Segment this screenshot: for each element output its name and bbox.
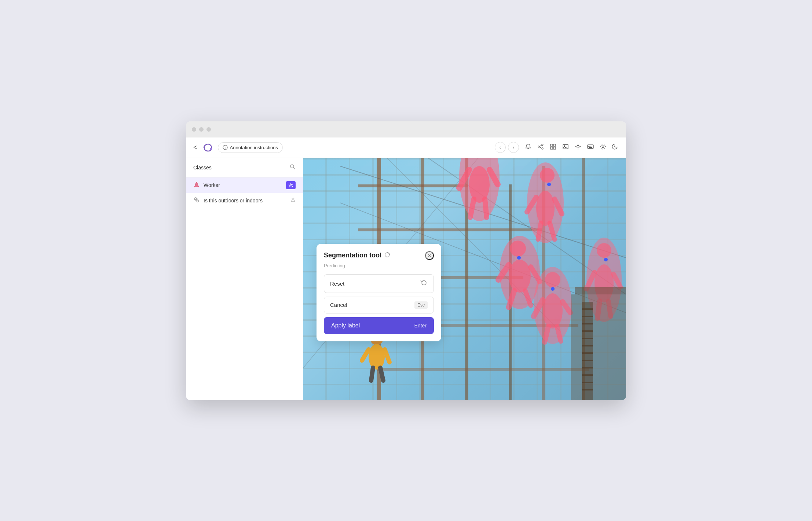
browser-window: < i Annotation instructions xyxy=(186,121,626,400)
svg-line-68 xyxy=(538,223,541,239)
nav-next-button[interactable]: › xyxy=(508,142,519,153)
svg-point-78 xyxy=(517,256,521,260)
main-layout: Classes Worker xyxy=(186,158,626,400)
class-item-worker[interactable]: Worker xyxy=(186,177,303,193)
toolbar: < i Annotation instructions xyxy=(186,137,626,158)
svg-line-84 xyxy=(545,327,548,342)
svg-rect-45 xyxy=(358,184,468,187)
brightness-icon[interactable] xyxy=(575,143,581,151)
grid-icon[interactable] xyxy=(550,143,556,151)
worker-class-name: Worker xyxy=(204,182,220,188)
canvas-area[interactable]: Segmentation tool × Predicting Reset xyxy=(303,158,626,400)
svg-point-25 xyxy=(602,146,604,148)
svg-rect-103 xyxy=(575,287,626,294)
seg-esc-badge: Esc xyxy=(414,301,428,309)
svg-rect-9 xyxy=(553,144,556,146)
seg-enter-badge: Enter xyxy=(414,323,427,329)
outdoors-tool-icon[interactable] xyxy=(290,197,296,203)
keyboard-icon[interactable] xyxy=(587,143,594,151)
svg-point-81 xyxy=(543,293,563,329)
seg-reset-button[interactable]: Reset xyxy=(324,274,434,293)
svg-point-70 xyxy=(547,183,551,186)
svg-rect-49 xyxy=(377,368,589,371)
search-icon[interactable] xyxy=(290,164,296,171)
seg-cancel-row[interactable]: Cancel Esc xyxy=(324,297,434,313)
svg-rect-12 xyxy=(563,144,568,149)
seg-reset-icon xyxy=(420,279,428,288)
svg-rect-19 xyxy=(588,145,593,148)
bell-icon[interactable] xyxy=(525,143,531,151)
svg-line-33 xyxy=(292,184,293,185)
svg-point-31 xyxy=(290,184,292,186)
outdoors-class-icon xyxy=(193,197,200,205)
seg-loading-icon xyxy=(384,252,390,259)
traffic-light-green xyxy=(206,127,211,132)
sidebar-header: Classes xyxy=(186,158,303,177)
svg-line-36 xyxy=(291,198,292,198)
svg-rect-11 xyxy=(553,147,556,149)
settings-icon[interactable] xyxy=(600,143,606,151)
svg-point-86 xyxy=(551,287,555,291)
svg-line-60 xyxy=(470,199,474,217)
traffic-light-red xyxy=(192,127,196,132)
svg-point-65 xyxy=(536,191,555,226)
svg-line-37 xyxy=(295,198,295,198)
svg-rect-102 xyxy=(571,294,626,400)
seg-apply-text: Apply label xyxy=(331,322,360,329)
toolbar-right: ‹ › xyxy=(495,142,619,153)
nav-arrows: ‹ › xyxy=(495,142,519,153)
seg-predicting-text: Predicting xyxy=(324,263,434,268)
seg-tool-title: Segmentation tool xyxy=(324,252,381,259)
seg-tool-header: Segmentation tool × xyxy=(324,251,434,260)
svg-rect-46 xyxy=(358,228,542,231)
svg-point-80 xyxy=(545,272,560,287)
segmentation-tool-dialog: Segmentation tool × Predicting Reset xyxy=(317,244,441,341)
browser-content: < i Annotation instructions xyxy=(186,137,626,400)
seg-tool-title-row: Segmentation tool xyxy=(324,252,390,259)
svg-point-64 xyxy=(540,168,555,183)
svg-point-97 xyxy=(369,344,385,370)
classes-title: Classes xyxy=(193,165,212,170)
traffic-light-yellow xyxy=(199,127,204,132)
svg-rect-10 xyxy=(551,147,553,149)
svg-point-13 xyxy=(564,146,565,147)
toolbar-icons xyxy=(525,143,619,151)
svg-point-88 xyxy=(597,243,611,258)
image-icon[interactable] xyxy=(562,143,569,151)
info-icon: i xyxy=(223,145,228,150)
logo-icon xyxy=(201,141,214,154)
svg-line-7 xyxy=(539,147,542,148)
svg-line-101 xyxy=(380,368,383,381)
svg-line-6 xyxy=(539,145,542,146)
svg-line-27 xyxy=(293,168,295,169)
svg-line-100 xyxy=(371,368,373,381)
share-icon[interactable] xyxy=(537,143,544,151)
nav-prev-button[interactable]: ‹ xyxy=(495,142,506,153)
outdoors-class-name: Is this outdoors or indoors xyxy=(204,198,263,203)
svg-point-14 xyxy=(577,146,579,148)
svg-text:i: i xyxy=(225,146,226,150)
class-item-outdoors[interactable]: Is this outdoors or indoors xyxy=(186,193,303,208)
svg-point-73 xyxy=(509,260,531,293)
seg-apply-button[interactable]: Apply label Enter xyxy=(324,317,434,334)
svg-rect-8 xyxy=(551,144,553,146)
svg-line-61 xyxy=(485,199,487,217)
svg-point-4 xyxy=(538,146,539,147)
seg-close-button[interactable]: × xyxy=(425,251,434,260)
moon-icon[interactable] xyxy=(612,143,619,151)
class-item-outdoors-left: Is this outdoors or indoors xyxy=(193,197,263,205)
sidebar: Classes Worker xyxy=(186,158,303,400)
class-item-worker-left: Worker xyxy=(193,181,220,189)
seg-cancel-text: Cancel xyxy=(330,302,347,308)
svg-point-5 xyxy=(542,148,543,149)
nav-back-button[interactable]: < xyxy=(193,144,197,151)
toolbar-left: < i Annotation instructions xyxy=(193,141,283,154)
annotation-instructions-button[interactable]: i Annotation instructions xyxy=(218,142,283,153)
browser-titlebar xyxy=(186,121,626,137)
worker-tool-icon[interactable] xyxy=(286,181,296,189)
svg-point-0 xyxy=(210,148,212,150)
worker-class-icon xyxy=(193,181,200,189)
svg-line-32 xyxy=(289,184,289,185)
svg-point-72 xyxy=(510,241,526,257)
svg-point-3 xyxy=(542,144,543,146)
